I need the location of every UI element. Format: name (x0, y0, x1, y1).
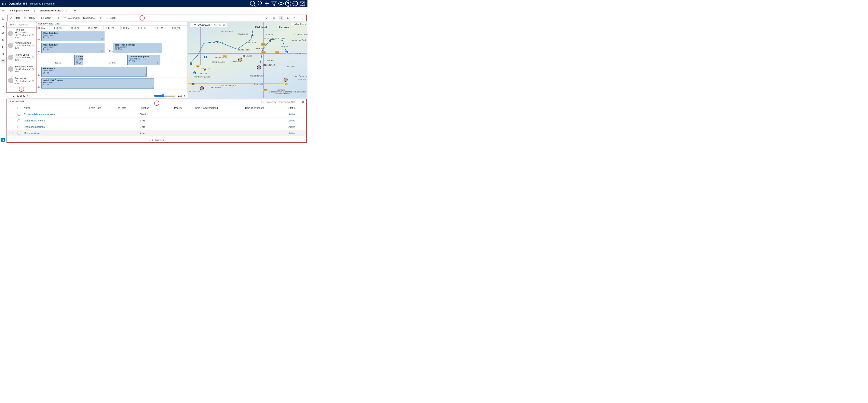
table-row[interactable]: Regrease bearings 3 hrs Active (7, 124, 306, 130)
rail-list-icon[interactable] (1, 52, 5, 56)
column-header[interactable]: Status (287, 105, 306, 111)
booking-block[interactable]: Regrease bearings Requirement 3h 15m (114, 43, 162, 53)
rail-home-icon[interactable] (1, 16, 5, 21)
row-checkbox[interactable] (18, 119, 20, 122)
table-row[interactable]: Express delivery spare parts 30 mins Act… (7, 111, 306, 118)
layout-dropdown[interactable]: Gantt ▾ (40, 17, 54, 19)
requirement-link[interactable]: Express delivery spare parts (24, 113, 55, 116)
requirement-search[interactable] (261, 100, 297, 104)
gear-icon[interactable] (278, 0, 285, 7)
drag-handle[interactable] (7, 124, 15, 130)
pager-next-icon[interactable]: › (163, 138, 164, 142)
map-stop-3[interactable]: 3 (189, 62, 193, 65)
toolbar-more-icon[interactable]: ⋯ (119, 17, 122, 19)
drag-handle[interactable] (7, 111, 15, 118)
resource-search-input[interactable] (9, 23, 40, 26)
status-link[interactable]: Active (288, 126, 295, 128)
app-launcher-icon[interactable] (2, 2, 6, 5)
map-resource-pin[interactable] (200, 86, 204, 90)
pager-prev-icon[interactable]: ‹ (10, 94, 11, 97)
status-link[interactable]: Active (288, 132, 295, 135)
map-canvas[interactable]: 3 2 1 3 KirklandRedmondBellevueYarrow Po… (188, 22, 307, 98)
map-resource-pin[interactable] (257, 65, 261, 69)
collapse-rail-icon[interactable] (0, 7, 6, 14)
search-icon[interactable] (249, 0, 256, 7)
table-row[interactable]: Install HVAC sytem 7 hrs Active (7, 118, 306, 124)
column-header[interactable]: Time From Promised (193, 105, 243, 111)
rail-people-icon[interactable] (1, 37, 5, 42)
zoom-dropdown-icon[interactable]: ▾ (184, 94, 185, 97)
requirement-link[interactable]: Move furniture (24, 132, 40, 135)
resource-row[interactable]: Allison Dickson (7h 30m booked) ⏱ 17% (7, 39, 36, 51)
zoom-out-icon[interactable] (218, 24, 221, 26)
view-tab-location[interactable]: Washington state (39, 9, 62, 12)
help-icon[interactable] (285, 0, 292, 7)
view-tab-initial[interactable]: Initial public view (8, 9, 30, 12)
booking-block[interactable]: Fix antenna Requirement 6h 49m (41, 67, 147, 77)
map-resource-pin[interactable] (284, 78, 287, 82)
select-all-checkbox[interactable] (18, 107, 20, 109)
alerts-icon[interactable] (272, 16, 276, 20)
pager-next-icon[interactable]: › (27, 94, 28, 97)
gantt-rows[interactable]: 22mMove furniture Requirement 4h 22m 19m… (36, 30, 187, 93)
rail-calendar-icon[interactable] (1, 59, 5, 63)
booking-block[interactable]: Express Requirem 3h 01m (74, 55, 83, 65)
rail-clipboard-icon[interactable] (1, 44, 5, 49)
drag-handle[interactable] (7, 118, 15, 124)
map-prev-icon[interactable]: ‹ (191, 24, 192, 26)
status-link[interactable]: Active (288, 113, 295, 116)
gantt-row[interactable]: 22mMove furniture Requirement 4h 22m (36, 30, 187, 42)
map-waypoint[interactable] (251, 34, 253, 36)
map-stop-1[interactable]: 1 (204, 55, 207, 59)
map-stop-3b[interactable]: 3 (285, 50, 288, 54)
booking-block[interactable]: Install HVAC sytem Requirement 7h 16m (41, 79, 154, 89)
rail-person-icon[interactable] (1, 30, 5, 35)
settings2-icon[interactable] (292, 0, 299, 7)
column-header[interactable]: Name (22, 105, 88, 111)
add-icon[interactable] (263, 0, 271, 7)
filter-icon[interactable] (271, 0, 278, 7)
date-range-picker[interactable]: 10/19/2023 - 10/25/2023 (63, 17, 96, 19)
timescale-dropdown[interactable]: Hourly ▾ (24, 17, 38, 19)
date-prev-button[interactable] (57, 17, 61, 19)
pager-prev-icon[interactable]: ‹ (149, 138, 150, 142)
date-next-button[interactable] (98, 17, 102, 19)
booking-block[interactable]: Move furniture Requirement 4h 22m (41, 31, 104, 41)
lightbulb-icon[interactable] (256, 0, 263, 7)
resource-row[interactable]: Ashley Chinn (7h 28m booked) ⏱ 17% (7, 51, 36, 63)
refresh-icon[interactable] (286, 16, 290, 20)
zoom-slider[interactable] (154, 94, 176, 97)
column-header[interactable]: From Date (88, 105, 116, 111)
booking-block[interactable]: Replace refrigerator Requirement 4h 27m (127, 55, 160, 65)
gantt-row[interactable]: 19mFix antenna Requirement 6h 49m (36, 66, 187, 78)
booking-block[interactable]: Move furniture Requirement 4h 15m (41, 43, 104, 53)
drag-handle[interactable]: ⋮⋮ (7, 130, 15, 136)
app-badge[interactable]: RS (1, 138, 5, 142)
resource-row[interactable]: Bob Kozak (7h 16m booked) ⏱ 16% (7, 75, 36, 87)
map-stop-2[interactable]: 2 (193, 71, 196, 74)
row-checkbox[interactable] (18, 126, 20, 128)
expand-icon[interactable] (293, 16, 298, 20)
zoom-in-icon[interactable] (214, 24, 217, 26)
map-waypoint[interactable] (269, 40, 271, 42)
table-row[interactable]: ⋮⋮ Move furniture 4 hrs Active (7, 130, 306, 136)
more-icon[interactable]: ⋯ (300, 16, 305, 20)
map-next-icon[interactable]: › (212, 24, 212, 26)
refresh-icon[interactable] (302, 101, 304, 103)
eye-icon[interactable] (222, 24, 225, 26)
book-button[interactable]: Book (105, 17, 116, 19)
gantt-row[interactable]: 16mInstall HVAC sytem Requirement 7h 16m (36, 78, 187, 90)
gantt-row[interactable]: 2h 31m2h 27mExpress Requirem 3h 01m Repl… (36, 54, 187, 66)
resource-row[interactable]: Abraham McCormick (4h 22m booked) ⏱ 10% (7, 28, 36, 39)
column-header[interactable]: Time To Promised (243, 105, 287, 111)
column-header[interactable]: Priority (173, 105, 193, 111)
gantt-row[interactable]: 19mMove furniture Requirement 4h 15m 15m… (36, 42, 187, 54)
panels-icon[interactable] (299, 0, 306, 7)
status-link[interactable]: Active (288, 119, 295, 122)
filters-button[interactable]: Filters (9, 17, 21, 19)
map-date[interactable]: 10/23/2023 (198, 24, 210, 26)
requirement-search-input[interactable] (265, 100, 296, 104)
row-checkbox[interactable] (18, 113, 20, 116)
column-header[interactable]: To Date (116, 105, 138, 111)
rail-recent-icon[interactable] (1, 23, 5, 28)
